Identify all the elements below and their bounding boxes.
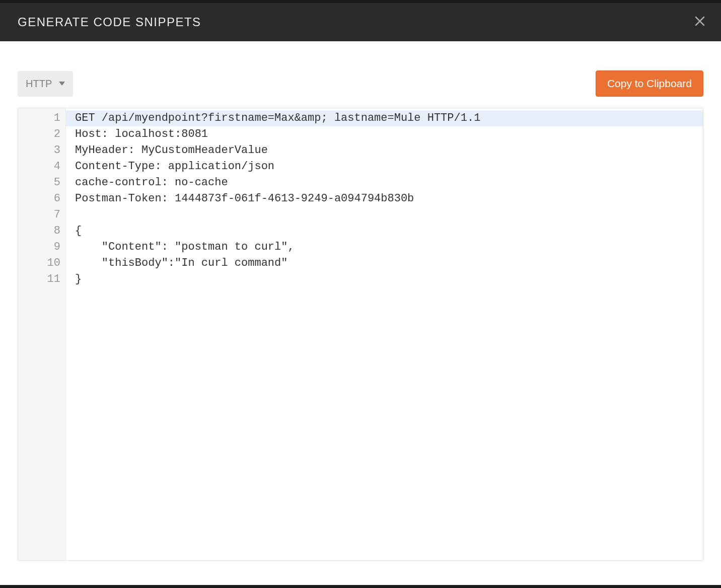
line-number: 4 [28,159,60,175]
code-line: cache-control: no-cache [75,175,703,191]
line-number: 2 [28,126,60,142]
code-line: GET /api/myendpoint?firstname=Max&amp; l… [66,110,703,126]
close-button[interactable] [694,15,706,29]
line-number: 10 [28,255,60,271]
copy-to-clipboard-button[interactable]: Copy to Clipboard [596,70,703,97]
close-icon [694,15,706,29]
line-number: 1 [28,110,60,126]
code-line: Postman-Token: 1444873f-061f-4613-9249-a… [75,191,703,207]
line-number: 3 [28,142,60,159]
svg-marker-2 [59,82,65,86]
line-number: 6 [28,191,60,207]
code-line [75,207,703,223]
line-number: 8 [28,223,60,239]
modal-body: HTTP Copy to Clipboard 1234567891011 GET… [0,41,721,576]
code-line: "Content": "postman to curl", [75,239,703,255]
code-line: Content-Type: application/json [75,159,703,175]
code-line: "thisBody":"In curl command" [75,255,703,271]
code-line: Host: localhost:8081 [75,126,703,142]
line-number-gutter: 1234567891011 [18,108,66,560]
chevron-down-icon [59,82,65,86]
code-line: MyHeader: MyCustomHeaderValue [75,142,703,159]
code-editor: 1234567891011 GET /api/myendpoint?firstn… [18,108,703,561]
line-number: 5 [28,175,60,191]
line-number: 11 [28,271,60,287]
bottom-border [0,585,721,588]
line-number: 9 [28,239,60,255]
code-line: } [75,271,703,287]
line-number: 7 [28,207,60,223]
language-dropdown[interactable]: HTTP [18,71,73,97]
toolbar: HTTP Copy to Clipboard [18,70,703,97]
code-line: { [75,223,703,239]
language-dropdown-label: HTTP [26,78,52,90]
modal-title: GENERATE CODE SNIPPETS [18,15,201,29]
code-content[interactable]: GET /api/myendpoint?firstname=Max&amp; l… [66,108,703,560]
modal-header: GENERATE CODE SNIPPETS [0,0,721,41]
